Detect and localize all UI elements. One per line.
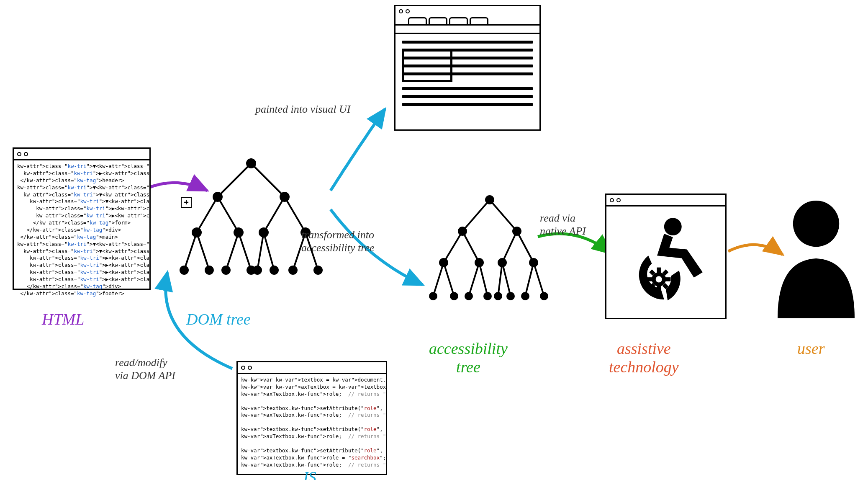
svg-point-60 <box>656 276 662 282</box>
svg-point-55 <box>507 293 514 299</box>
code-line: kw-var">axTextbox.kw-func">role; // retu… <box>241 462 383 469</box>
code-line: kw-attr">class="kw-tri">▶<kw-attr">class… <box>17 205 146 212</box>
svg-line-42 <box>534 263 544 296</box>
svg-point-18 <box>234 228 243 237</box>
browser-page-content <box>395 34 539 113</box>
svg-point-43 <box>486 196 493 204</box>
code-line: kw-var">axTextbox.kw-func">role; // retu… <box>241 391 383 398</box>
js-code-window: kw-kw">var kw-var">textbox = kw-var">doc… <box>236 361 387 475</box>
at-window-titlebar <box>606 195 725 206</box>
code-line: kw-attr">class="kw-tri">▶<kw-attr">class… <box>17 170 146 177</box>
svg-point-48 <box>498 259 506 266</box>
code-line: kw-attr">class="kw-tri">▶<kw-attr">class… <box>17 255 146 262</box>
page-image-placeholder <box>402 49 452 82</box>
code-line: kw-kw">var kw-var">axTextbox = kw-var">t… <box>241 384 383 391</box>
browser-visual-ui-window <box>394 5 541 131</box>
svg-point-69 <box>793 201 839 247</box>
code-line: kw-attr">class="kw-tri">▼<kw-attr">class… <box>17 163 146 170</box>
svg-point-44 <box>459 227 466 235</box>
svg-line-5 <box>285 197 306 232</box>
code-line: kw-attr">class="kw-tri">▼<kw-attr">class… <box>17 191 146 199</box>
label-accessibility-tree: accessibility tree <box>429 339 508 376</box>
code-line: kw-var">axTextbox.kw-func">role; // retu… <box>241 433 383 440</box>
svg-line-6 <box>184 232 197 270</box>
code-line: kw-var">axTextbox.kw-func">role; // retu… <box>241 412 383 419</box>
code-line: kw-attr">class="kw-tri">▼<kw-attr">class… <box>17 184 146 191</box>
svg-point-21 <box>180 266 188 274</box>
svg-point-49 <box>530 259 537 266</box>
svg-rect-61 <box>657 268 661 273</box>
svg-line-30 <box>490 200 517 231</box>
window-dot-icon <box>17 152 21 156</box>
svg-point-58 <box>664 218 682 235</box>
svg-line-39 <box>498 263 502 296</box>
svg-point-27 <box>289 266 297 274</box>
svg-line-38 <box>479 263 488 296</box>
svg-point-22 <box>205 266 213 274</box>
svg-point-23 <box>222 266 230 274</box>
svg-point-19 <box>259 228 268 237</box>
svg-point-25 <box>254 266 261 274</box>
dom-tree-graphic <box>163 151 339 297</box>
code-line: kw-attr">class="kw-tri">▼<kw-attr">class… <box>17 241 146 248</box>
label-html: HTML <box>42 310 84 328</box>
svg-line-8 <box>226 232 239 270</box>
code-line: kw-attr">class="kw-tri">▼<kw-attr">class… <box>17 198 146 205</box>
code-line: kw-attr">class="kw-tri">▶<kw-attr">class… <box>17 276 146 283</box>
svg-line-40 <box>502 263 511 296</box>
code-line <box>241 440 383 447</box>
code-line: kw-attr">class="kw-tri">▶<kw-attr">class… <box>17 262 146 269</box>
browser-titlebar <box>395 6 539 16</box>
label-assistive-technology: assistive technology <box>609 339 679 376</box>
svg-line-10 <box>257 232 264 270</box>
svg-line-41 <box>525 263 534 296</box>
code-line: kw-kw">var kw-var">textbox = kw-var">doc… <box>241 377 383 384</box>
svg-line-4 <box>264 197 285 232</box>
code-line <box>241 398 383 405</box>
accessibility-wheelchair-gear-icon <box>622 216 710 308</box>
code-line <box>241 419 383 426</box>
html-code-body: kw-attr">class="kw-tri">▼<kw-attr">class… <box>14 160 149 300</box>
window-dot-icon <box>399 9 403 13</box>
svg-rect-63 <box>647 277 652 281</box>
svg-point-17 <box>193 228 201 237</box>
html-code-window: kw-attr">class="kw-tri">▼<kw-attr">class… <box>13 147 151 290</box>
browser-tab <box>470 17 488 24</box>
svg-line-3 <box>218 197 239 232</box>
svg-point-57 <box>541 293 547 299</box>
window-dot-icon <box>241 366 245 370</box>
user-silhouette-icon <box>768 193 864 318</box>
svg-point-50 <box>430 293 437 299</box>
svg-point-26 <box>270 266 278 274</box>
code-line: </kw-attr">class="kw-tag">footer> <box>17 290 146 297</box>
code-line: kw-attr">class="kw-tri">▼<kw-attr">class… <box>17 248 146 255</box>
svg-point-56 <box>522 293 529 299</box>
svg-line-29 <box>462 200 490 231</box>
svg-point-54 <box>495 293 501 299</box>
label-js: JS <box>301 468 316 480</box>
svg-point-28 <box>314 266 322 274</box>
svg-line-35 <box>433 263 444 296</box>
svg-point-16 <box>280 193 289 201</box>
js-window-titlebar <box>238 362 386 374</box>
svg-point-47 <box>475 259 483 266</box>
svg-line-1 <box>251 163 285 197</box>
code-line: kw-attr">class="kw-tri">▶<kw-attr">class… <box>17 269 146 276</box>
window-dot-icon <box>248 366 252 370</box>
svg-line-11 <box>264 232 274 270</box>
annot-read-modify: read/modify via DOM API <box>115 356 175 382</box>
window-dot-icon <box>406 9 410 13</box>
browser-tab <box>429 17 447 24</box>
svg-line-36 <box>444 263 454 296</box>
svg-line-34 <box>517 231 534 263</box>
annot-read-native: read via native API <box>540 212 586 237</box>
window-dot-icon <box>610 198 614 202</box>
svg-point-14 <box>247 159 255 168</box>
svg-point-46 <box>440 259 447 266</box>
code-line: </kw-attr">class="kw-tag">form> <box>17 219 146 227</box>
code-line: kw-attr">class="kw-tri">▶<kw-attr">class… <box>17 212 146 219</box>
code-line: </kw-attr">class="kw-tag">main> <box>17 234 146 241</box>
html-window-titlebar <box>14 149 149 160</box>
code-line: kw-var">textbox.kw-func">setAttribute("r… <box>241 426 383 433</box>
annot-transformed: transformed into accessibility tree <box>301 228 374 254</box>
